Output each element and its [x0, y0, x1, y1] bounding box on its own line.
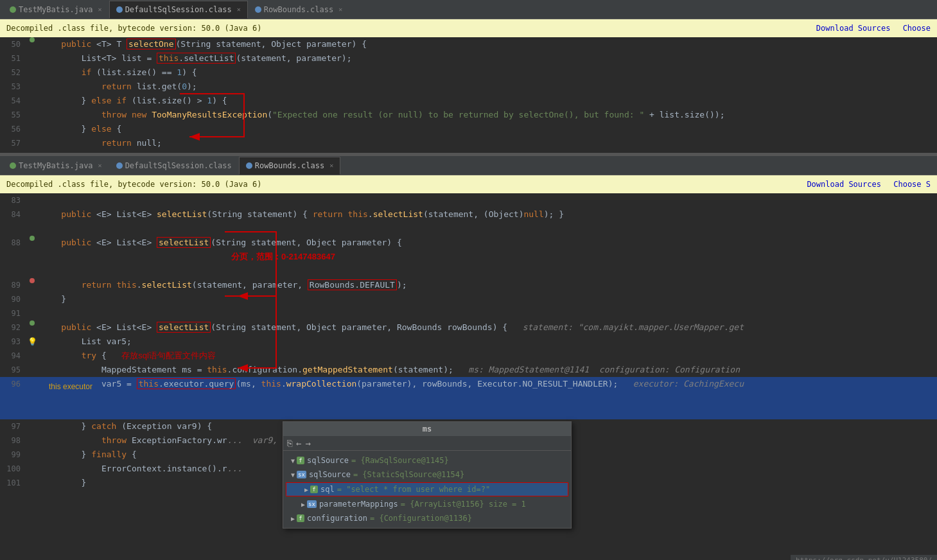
class-icon [255, 6, 261, 13]
info-bar-top: Decompiled .class file, bytecode version… [0, 19, 937, 37]
code-line-52: 52 if (list.size() == 1) { [0, 66, 937, 80]
code-line-89: 89 return this.selectList(statement, par… [0, 278, 937, 292]
tab-close-icon[interactable]: ✕ [98, 162, 102, 169]
bottom-tab-bar: TestMyBatis.java ✕ DefaultSqlSession.cla… [0, 156, 937, 175]
breakpoint-dot[interactable] [30, 37, 35, 42]
tree-row-sql[interactable]: ▶ f sql = "select * from user where id=?… [286, 482, 568, 496]
variable-popup: ms ⎘ ← → ▼ f sqlSource = {RawSqlSource@1… [283, 421, 572, 529]
expand-arrow[interactable]: ▶ [301, 501, 305, 508]
choose-top[interactable]: Choose [903, 24, 931, 33]
class-icon [246, 162, 252, 169]
choose-bottom[interactable]: Choose S [893, 180, 931, 189]
java-icon [10, 6, 16, 13]
annotation-sql: 存放sql语句配置文件内容 [121, 351, 216, 360]
expand-arrow[interactable]: ▶ [304, 486, 308, 493]
tab-testmybatis-bottom[interactable]: TestMyBatis.java ✕ [3, 157, 109, 175]
expand-arrow[interactable]: ▶ [291, 515, 295, 522]
download-sources-bottom[interactable]: Download Sources [807, 180, 881, 189]
info-bar-bottom: Decompiled .class file, bytecode version… [0, 175, 937, 193]
copy-icon[interactable]: ⎘ [287, 438, 292, 448]
code-line-90: 90 } [0, 292, 937, 306]
download-sources-top[interactable]: Download Sources [816, 24, 891, 33]
code-line-54: 54 } else if (list.size() > 1) { [0, 94, 937, 108]
class-icon [116, 6, 123, 13]
code-line-56: 56 } else { [0, 122, 937, 136]
popup-tree: ▼ f sqlSource = {RawSqlSource@1145} ▼ sx… [283, 451, 571, 528]
tab-defaultsqlsession-top[interactable]: DefaultSqlSession.class ✕ [109, 1, 248, 19]
decompiled-info-top: Decompiled .class file, bytecode version… [6, 24, 261, 33]
field-badge-sx: sx [297, 471, 306, 478]
top-code-section: 50 public <T> T selectOne(String stateme… [0, 37, 937, 153]
tree-row-sqlsource-raw[interactable]: ▼ f sqlSource = {RawSqlSource@1145} [283, 453, 571, 468]
code-line-84: 84 public <E> List<E> selectList(String … [0, 207, 937, 222]
code-line-53: 53 return list.get(0); [0, 80, 937, 94]
popup-header: ms [283, 422, 571, 436]
tab-close-icon[interactable]: ✕ [338, 6, 342, 13]
tree-row-parametermappings[interactable]: ▶ sx parameterMappings = {ArrayList@1156… [283, 497, 571, 511]
tab-close-icon[interactable]: ✕ [329, 162, 333, 169]
field-badge-sx: sx [307, 500, 317, 508]
expand-arrow[interactable]: ▼ [291, 457, 295, 464]
code-line-51: 51 List<T> list = this.selectList(statem… [0, 51, 937, 66]
tab-rowbounds-bottom[interactable]: RowBounds.class ✕ [239, 157, 340, 175]
code-line-92: 92 public <E> List<E> selectList(String … [0, 320, 937, 335]
code-line-57: 57 return null; [0, 136, 937, 150]
tab-close-icon[interactable]: ✕ [98, 6, 102, 13]
expand-arrow[interactable]: ▼ [291, 471, 295, 478]
code-line-88: 88 public <E> List<E> selectList(String … [0, 236, 937, 278]
tab-close-icon[interactable]: ✕ [237, 6, 241, 13]
code-line-93: 93 💡 List var5; [0, 335, 937, 349]
breakpoint-dot[interactable] [30, 236, 35, 241]
code-line-94: 94 try { 存放sql语句配置文件内容 [0, 349, 937, 363]
nav-back-icon[interactable]: ← [296, 438, 301, 448]
field-badge: f [297, 514, 304, 522]
top-code-area: 50 public <T> T selectOne(String stateme… [0, 37, 937, 150]
status-bar: https://org.csdn.net/u/U1243580/ [791, 555, 937, 560]
breakpoint-dot[interactable] [30, 320, 35, 326]
code-line-55: 55 throw new TooManyResultsException("Ex… [0, 108, 937, 122]
class-icon [116, 162, 123, 169]
code-line-50: 50 public <T> T selectOne(String stateme… [0, 37, 937, 51]
decompiled-info-bottom: Decompiled .class file, bytecode version… [6, 180, 261, 189]
field-badge: f [310, 486, 318, 493]
code-line-83: 83 [0, 193, 937, 207]
tree-row-sqlsource-static[interactable]: ▼ sx sqlSource = {StaticSqlSource@1154} [283, 468, 571, 482]
code-line-95: 95 MappedStatement ms = this.configurati… [0, 363, 937, 377]
java-icon [10, 162, 16, 169]
code-line-96: 96 var5 = this.executor.query(ms, this.w… [0, 377, 937, 419]
popup-toolbar: ⎘ ← → [283, 436, 571, 451]
tab-rowbounds-top[interactable]: RowBounds.class ✕ [248, 1, 349, 19]
nav-forward-icon[interactable]: → [305, 438, 310, 448]
bookmark-dot[interactable] [30, 278, 35, 283]
tab-testmybatis-top[interactable]: TestMyBatis.java ✕ [3, 1, 109, 19]
tab-defaultsqlsession-bottom[interactable]: DefaultSqlSession.class [109, 157, 239, 175]
bottom-code-section: 83 84 public <E> List<E> selectList(Stri… [0, 193, 937, 560]
field-badge: f [297, 457, 304, 464]
tree-row-configuration[interactable]: ▶ f configuration = {Configuration@1136} [283, 511, 571, 525]
top-tab-bar: TestMyBatis.java ✕ DefaultSqlSession.cla… [0, 0, 937, 19]
code-line-91: 91 [0, 306, 937, 320]
